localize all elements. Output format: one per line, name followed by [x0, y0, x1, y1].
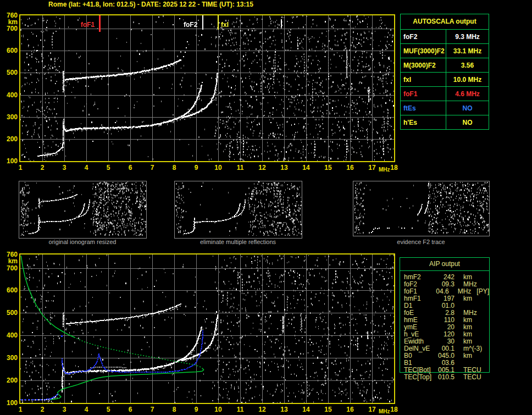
- autoscala-output-table: AUTOSCALA output foF29.3 MHzMUF(3000)F23…: [400, 14, 489, 130]
- x-tick-label: 5: [102, 164, 115, 171]
- x-tick-label: 12: [256, 406, 269, 413]
- x-tick-label: 8: [168, 406, 181, 413]
- x-tick-label: 3: [58, 406, 71, 413]
- y-tick-label: 500: [1, 69, 18, 76]
- x-axis-unit-label: MHz: [379, 167, 390, 173]
- aip-table-header: AIP output: [400, 258, 489, 271]
- autoscala-param-label: M(3000)F2: [401, 58, 446, 72]
- x-tick-label: 14: [300, 406, 313, 413]
- thumbnail-f2-evidence-canvas: [353, 181, 489, 234]
- autoscala-param-value: 10.0 MHz: [446, 73, 489, 86]
- marker-label-fxI: fxI: [221, 21, 229, 28]
- x-tick-label: 5: [102, 406, 115, 413]
- x-tick-label: 8: [168, 164, 181, 171]
- autoscala-row: ftEsNO: [401, 101, 489, 115]
- autoscala-param-label: foF1: [401, 87, 446, 101]
- y-axis-unit-label: km: [1, 258, 18, 264]
- autoscala-row: M(3000)F23.56: [401, 58, 489, 72]
- x-tick-label: 14: [300, 164, 313, 171]
- restored-ionogram-plot: [19, 253, 395, 404]
- y-tick-label: 500: [1, 309, 18, 316]
- x-tick-label: 7: [146, 406, 159, 413]
- autoscala-param-label: fxI: [401, 73, 446, 86]
- autoscala-param-label: h'Es: [401, 115, 446, 129]
- aip-param-unit: km: [463, 295, 472, 302]
- autoscala-param-label: ftEs: [401, 101, 446, 115]
- y-tick-label: 400: [1, 332, 18, 339]
- x-tick-label: 17: [365, 406, 379, 413]
- autoscala-param-value: 4.6 MHz: [446, 87, 489, 101]
- x-tick-label: 4: [80, 406, 93, 413]
- aip-param-unit: TECU: [463, 374, 481, 381]
- y-tick-label: 200: [1, 136, 18, 142]
- thumbnail-caption-3: evidence F2 trace: [355, 239, 487, 245]
- x-tick-label: 15: [322, 406, 335, 413]
- autoscala-param-value: 3.56: [446, 58, 489, 72]
- aip-row: TEC[Top]010.5TECU: [404, 374, 489, 381]
- x-tick-label: 3: [58, 164, 71, 171]
- autoscala-row: MUF(3000)F233.1 MHz: [401, 43, 489, 58]
- x-tick-label: 6: [124, 164, 137, 171]
- y-tick-label: 200: [1, 377, 18, 384]
- thumbnail-no-multiples: [174, 181, 302, 239]
- x-tick-label: 6: [124, 406, 137, 413]
- thumbnail-original-ionogram: [19, 181, 147, 239]
- x-tick-label: 17: [365, 164, 379, 171]
- thumbnail-f2-evidence: [353, 181, 490, 236]
- marker-label-foF1: foF1: [81, 21, 95, 28]
- autoscala-row: foF14.6 MHz: [401, 86, 489, 101]
- y-tick-label: 100: [1, 400, 18, 406]
- y-tick-label: 700: [1, 265, 18, 272]
- aip-param-unit: km: [463, 352, 472, 359]
- autoscala-param-value: NO: [446, 115, 489, 129]
- x-tick-label: 2: [36, 164, 49, 171]
- x-tick-label: 13: [278, 406, 291, 413]
- x-tick-label: 11: [234, 164, 247, 171]
- aip-param-label: TEC[Top]: [404, 374, 435, 381]
- thumbnail-original-canvas: [19, 181, 146, 236]
- x-tick-label: 13: [278, 164, 291, 171]
- autoscala-row: fxI10.0 MHz: [401, 72, 489, 86]
- x-tick-label: 7: [146, 164, 159, 171]
- autoscala-table-rows: foF29.3 MHzMUF(3000)F233.1 MHzM(3000)F23…: [401, 29, 489, 129]
- x-tick-label: 11: [234, 406, 247, 413]
- x-tick-label: 10: [212, 164, 225, 171]
- autoscala-param-value: 33.1 MHz: [446, 44, 489, 58]
- y-tick-label: 600: [1, 47, 18, 54]
- main-ionogram-plot: [19, 14, 395, 162]
- y-tick-label: 760: [1, 12, 18, 19]
- x-axis-unit-label: MHz: [379, 408, 390, 415]
- x-tick-label: 9: [190, 406, 203, 413]
- thumbnail-no-multiples-canvas: [175, 181, 302, 236]
- aip-table-rows: hmF2242kmfoF209.3MHzfoF104.6MHz[PY]hmF11…: [400, 271, 489, 381]
- autoscala-row: foF29.3 MHz: [401, 29, 489, 43]
- autoscala-row: h'EsNO: [401, 115, 489, 129]
- y-tick-label: 400: [1, 92, 18, 98]
- x-tick-label: 15: [322, 164, 335, 171]
- x-tick-label: 10: [212, 406, 225, 413]
- autoscala-table-header: AUTOSCALA output: [401, 14, 489, 29]
- x-tick-label: 4: [80, 164, 93, 171]
- x-tick-label: 16: [343, 164, 357, 171]
- y-tick-label: 300: [1, 114, 18, 120]
- restored-ionogram-canvas: [20, 254, 394, 403]
- aip-param-value: 010.5: [435, 374, 455, 381]
- thumbnail-caption-2: eliminate multiple reflections: [172, 239, 304, 245]
- autoscala-param-label: MUF(3000)F2: [401, 44, 446, 58]
- autoscala-param-value: NO: [446, 101, 489, 115]
- x-tick-label: 16: [343, 406, 357, 413]
- y-tick-label: 300: [1, 355, 18, 361]
- page-title: Rome (lat: +41.8, lon: 012.5) - DATE: 20…: [48, 1, 253, 8]
- x-tick-label: 9: [190, 164, 203, 171]
- y-tick-label: 600: [1, 287, 18, 294]
- aip-param-flag: [PY]: [476, 288, 489, 295]
- x-tick-label: 2: [36, 406, 49, 413]
- autoscala-screen: Rome (lat: +41.8, lon: 012.5) - DATE: 20…: [0, 0, 532, 415]
- x-tick-label: 12: [256, 164, 269, 171]
- y-tick-label: 100: [1, 158, 18, 164]
- aip-output-table: AIP output hmF2242kmfoF209.3MHzfoF104.6M…: [400, 257, 490, 373]
- main-ionogram-canvas: [20, 15, 394, 161]
- autoscala-param-value: 9.3 MHz: [446, 30, 489, 43]
- thumbnail-caption-1: original ionogram resized: [16, 239, 148, 245]
- x-tick-label: 1: [14, 164, 27, 171]
